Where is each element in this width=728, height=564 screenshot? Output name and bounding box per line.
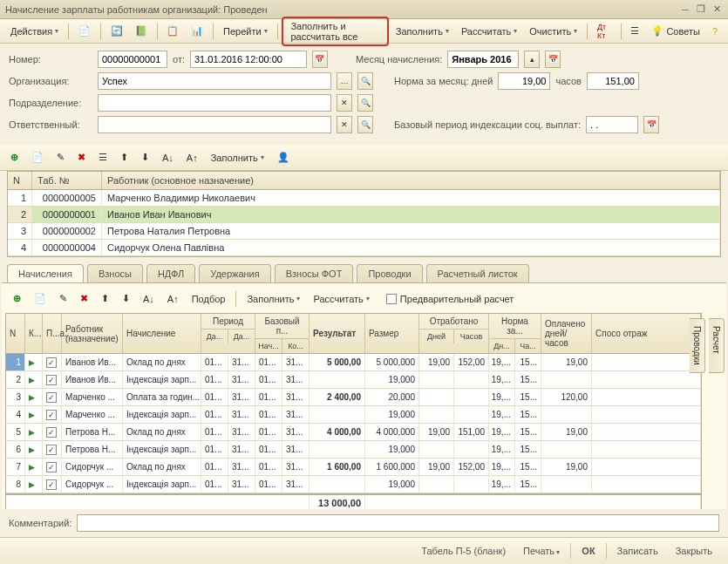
tips-button[interactable]: 💡Советы [646,22,704,40]
detail-up-icon[interactable]: ⬆ [96,289,114,308]
close-button[interactable]: Закрыть [669,543,719,559]
help-icon[interactable]: ? [707,23,723,40]
table-row[interactable]: 4▶✓Марченко ...Індексація зарп...01...31… [6,406,701,424]
comment-input[interactable] [77,514,719,532]
prelim-checkbox[interactable]: Предварительный расчет [386,294,514,304]
table-row[interactable]: 6▶✓Петрова Н...Індексація зарп...01...31… [6,441,701,459]
refresh-icon[interactable]: 🔄 [105,22,128,40]
dept-clear-icon[interactable]: ✕ [337,94,352,112]
resp-clear-icon[interactable]: ✕ [337,116,352,133]
tab-post[interactable]: Проводки [357,264,422,282]
table-row[interactable]: 8▶✓Сидорчук ...Індексація зарп...01...31… [6,476,701,493]
base-period-input[interactable] [586,116,638,133]
sort-asc-icon[interactable]: A↓ [157,149,179,166]
dcol-norm[interactable]: Норма за... [489,314,541,339]
dcol-paid[interactable]: Оплачено дней/часов [541,314,591,353]
tabel-link[interactable]: Табель П-5 (бланк) [414,543,513,559]
tab-ndfl[interactable]: НДФЛ [146,264,195,282]
table-row[interactable]: 1▶✓Иванов Ив...Оклад по днях01...31...01… [6,354,701,371]
fill-employees-menu[interactable]: Заполнить [206,149,269,166]
month-calendar-icon[interactable]: 📅 [545,51,561,68]
struct-icon[interactable]: ☰ [625,22,644,40]
detail-sort-desc-icon[interactable]: A↑ [162,290,184,308]
tab-contrib[interactable]: Взносы [87,264,143,282]
detail-calc-menu[interactable]: Рассчитать [308,290,374,308]
org-open-icon[interactable]: 🔍 [357,72,373,90]
month-input[interactable] [447,51,519,68]
move-down-icon[interactable]: ⬇ [136,148,154,166]
date-input[interactable] [190,51,307,68]
dcol-k[interactable]: К... [25,314,42,353]
side-tab-post[interactable]: Проводки [690,318,705,373]
detail-sort-asc-icon[interactable]: A↓ [138,290,160,308]
norm-days-input[interactable] [498,72,550,90]
tab-fot[interactable]: Взносы ФОТ [275,264,354,282]
add-row-icon[interactable]: ⊕ [5,148,24,166]
maximize-icon[interactable]: ❐ [695,3,707,16]
side-tab-calc[interactable]: Расчет [709,318,725,373]
actions-menu[interactable]: Действия [5,23,64,40]
resp-input[interactable] [98,116,331,133]
goto-menu[interactable]: Перейти [218,23,273,40]
dcol-result[interactable]: Результат [310,314,364,353]
detail-delete-icon[interactable]: ✖ [75,289,93,308]
table-row[interactable]: 5▶✓Петрова Н...Оклад по днях01...31...01… [6,424,701,441]
norm-hours-input[interactable] [587,72,639,90]
dcol-accr[interactable]: Начисление [123,314,201,353]
col-emp[interactable]: Работник (основное назначение) [102,172,720,189]
report-icon[interactable]: 📊 [186,22,208,40]
dcol-base[interactable]: Базовый п... [255,314,309,339]
pick-button[interactable]: Подбор [187,290,231,308]
calc-menu[interactable]: Рассчитать [456,23,522,40]
table-row[interactable]: 10000000005Марченко Владимир Николаевич [8,190,720,207]
col-n[interactable]: N [8,172,32,189]
org-input[interactable] [98,72,331,90]
dcol-emp[interactable]: Работник (назначение) [62,314,122,353]
print-menu[interactable]: Печать [516,543,567,559]
dcol-size[interactable]: Размер [365,314,418,353]
number-input[interactable] [98,51,167,68]
edit-row-icon[interactable]: ✎ [51,148,70,166]
sort-desc-icon[interactable]: A↑ [181,149,203,166]
dcol-worked[interactable]: Отработано [419,314,488,330]
org-select-icon[interactable]: … [337,72,352,90]
ok-button[interactable]: ОК [570,543,606,559]
clear-menu[interactable]: Очистить [524,23,582,40]
detail-add-icon[interactable]: ⊕ [8,289,26,308]
detail-fill-menu[interactable]: Заполнить [242,290,305,308]
delete-row-icon[interactable]: ✖ [72,148,91,166]
save-button[interactable]: Записать [610,543,665,559]
detail-copy-icon[interactable]: 📄 [29,289,51,308]
dcol-period[interactable]: Период [201,314,255,330]
month-up-icon[interactable]: ▴ [524,51,540,68]
resp-open-icon[interactable]: 🔍 [357,116,373,133]
table-row[interactable]: 7▶✓Сидорчук ...Оклад по днях01...31...01… [6,459,701,476]
dcol-n[interactable]: N [6,314,24,353]
table-row[interactable]: 40000000004Сидорчук Олена Павлівна [8,240,720,256]
base-period-calendar-icon[interactable]: 📅 [643,116,659,133]
dcol-p[interactable]: П...а... [43,314,61,353]
move-up-icon[interactable]: ⬆ [115,148,133,166]
tab-accruals[interactable]: Начисления [7,264,84,282]
tab-deduct[interactable]: Удержания [199,264,270,282]
detail-edit-icon[interactable]: ✎ [54,289,72,308]
save-icon[interactable]: 📄 [73,22,96,40]
table-row[interactable]: 2▶✓Иванов Ив...Індексація зарп...01...31… [6,371,701,389]
detail-down-icon[interactable]: ⬇ [117,289,135,308]
user-icon[interactable]: 👤 [272,148,295,166]
dept-open-icon[interactable]: 🔍 [357,94,373,112]
copy-row-icon[interactable]: 📄 [26,148,49,166]
table-row[interactable]: 3▶✓Марченко ...Оплата за годин...01...31… [6,389,701,406]
table-row[interactable]: 20000000001Иванов Иван Иванович [8,207,720,223]
tab-slip[interactable]: Расчетный листок [426,264,529,282]
minimize-icon[interactable]: ─ [679,3,691,16]
post-icon[interactable]: 📗 [130,22,153,40]
dept-input[interactable] [98,94,331,112]
fill-menu[interactable]: Заполнить [391,23,454,40]
list-icon[interactable]: ☰ [93,148,112,166]
col-tab[interactable]: Таб. № [32,172,102,189]
dcol-way[interactable]: Спосо отраж [592,314,700,353]
fill-calc-all-button[interactable]: Заполнить и рассчитать все [282,17,388,46]
calendar-icon[interactable]: 📅 [312,51,328,68]
dk-icon[interactable]: Дт Кт [592,19,616,44]
